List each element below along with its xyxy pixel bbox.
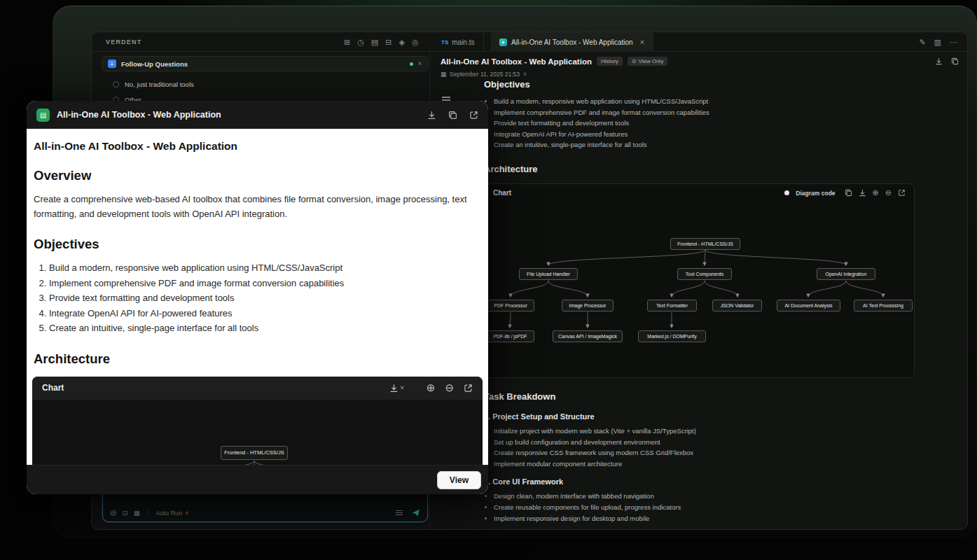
task-breakdown-heading: Task Breakdown bbox=[484, 391, 916, 402]
list-item: Create reusable components for file uplo… bbox=[494, 502, 916, 513]
diagram-node: PDF Processor bbox=[487, 300, 534, 312]
composer-toolbar: @ ⊡ ▦ Auto Run ˄ bbox=[110, 508, 420, 517]
doc-tab-icon: ◆ bbox=[499, 38, 507, 46]
followup-title: Follow-Up Questions bbox=[121, 60, 188, 68]
close-tab-icon[interactable]: × bbox=[640, 38, 644, 46]
task-2-list: Design clean, modern interface with tabb… bbox=[494, 491, 916, 524]
panel-toolbar: ⊞ ◷ ▤ ⊟ ◈ ◎ bbox=[344, 32, 419, 52]
download-icon[interactable] bbox=[935, 57, 943, 65]
diagram-node: AI Document Analysis bbox=[777, 300, 840, 312]
download-icon[interactable] bbox=[859, 189, 866, 197]
modal-chart-panel: Chart ˅ ⊕ ⊖ bbox=[32, 377, 483, 465]
brand-verdent: VERDENT bbox=[106, 38, 141, 46]
doc-content: Objectives Build a modern, responsive we… bbox=[484, 76, 916, 524]
list-item: Provide text formatting and development … bbox=[49, 290, 481, 306]
diagram-node: Text Formatter bbox=[647, 300, 697, 312]
architecture-heading: Architecture bbox=[484, 164, 916, 174]
radio-icon[interactable] bbox=[113, 81, 119, 88]
zoom-in-icon[interactable]: ⊕ bbox=[873, 188, 879, 197]
modal-chart-canvas[interactable]: Frontend - HTML/CSS/JS bbox=[32, 400, 483, 465]
extensions-icon[interactable]: ◈ bbox=[399, 38, 404, 47]
more-icon[interactable]: ⋯ bbox=[950, 38, 957, 47]
doc-header: All-in-One AI Toolbox - Web Application … bbox=[441, 57, 959, 66]
green-doc-icon: ▤ bbox=[36, 108, 50, 122]
list-item: Build a modern, responsive web applicati… bbox=[49, 260, 481, 276]
diagram-node: OpenAI Integration bbox=[817, 268, 875, 280]
list-item: Integrate OpenAI API for AI-powered feat… bbox=[494, 129, 916, 140]
list-item: Implement modular component architecture bbox=[494, 458, 916, 470]
diagram-node: Canvas API / ImageMagick bbox=[553, 330, 623, 342]
auto-run-toggle[interactable]: Auto Run ˄ bbox=[156, 510, 189, 517]
objectives-heading: Objectives bbox=[484, 79, 916, 90]
chevron-up-icon: ˄ bbox=[185, 510, 188, 517]
doc-title: All-in-One AI Toolbox - Web Application bbox=[34, 140, 481, 153]
list-item: Create an intuitive, single-page interfa… bbox=[49, 321, 481, 336]
diagram-node-frontend: Frontend - HTML/CSS/JS bbox=[221, 446, 288, 460]
list-item: Implement comprehensive PDF and image fo… bbox=[49, 276, 481, 291]
copy-icon[interactable] bbox=[845, 189, 852, 197]
diagram-node-frontend: Frontend - HTML/CSS/JS bbox=[670, 238, 740, 250]
diagram-node: JSON Validator bbox=[712, 300, 762, 312]
zoom-in-icon[interactable]: ⊕ bbox=[427, 382, 436, 394]
notes-icon[interactable]: ▤ bbox=[371, 38, 378, 47]
window-toolbar: ✎ ▥ ⋯ bbox=[919, 32, 957, 52]
attach-icon[interactable]: ⊡ bbox=[123, 509, 128, 517]
list-icon[interactable] bbox=[396, 510, 403, 511]
chevron-up-icon[interactable]: ˄ bbox=[418, 60, 422, 67]
copy-icon[interactable] bbox=[951, 57, 959, 65]
diagram-code-label[interactable]: Diagram code bbox=[796, 190, 835, 197]
diagram-code-toggle[interactable] bbox=[784, 190, 789, 195]
view-button[interactable]: View bbox=[437, 471, 481, 489]
list-item: Initialize project with modern web stack… bbox=[494, 426, 916, 437]
objectives-list: Build a modern, responsive web applicati… bbox=[494, 96, 916, 150]
list-item: Provide text formatting and development … bbox=[494, 118, 916, 129]
modal-title: All-in-One AI Toolbox - Web Application bbox=[57, 110, 221, 120]
chart-header: Chart Diagram code ⊕ bbox=[485, 184, 914, 202]
task-2-heading: 2. Core UI Framework bbox=[484, 477, 916, 486]
zoom-out-icon[interactable]: ⊖ bbox=[445, 382, 454, 394]
history-icon[interactable]: ◷ bbox=[357, 38, 364, 47]
calendar-icon: ▦ bbox=[441, 71, 446, 78]
tab-label: All-in-One AI Toolbox - Web Application bbox=[511, 38, 633, 46]
zoom-out-icon[interactable]: ⊖ bbox=[885, 188, 892, 197]
apps-icon[interactable]: ▦ bbox=[134, 509, 140, 517]
outline-menu-icon[interactable] bbox=[442, 97, 450, 98]
account-icon[interactable]: ◎ bbox=[412, 38, 419, 47]
terminal-icon[interactable]: ⊟ bbox=[385, 38, 392, 47]
send-icon[interactable] bbox=[411, 508, 420, 517]
objectives-list: Build a modern, responsive web applicati… bbox=[49, 260, 481, 336]
open-external-icon[interactable] bbox=[469, 111, 478, 120]
option-no-traditional-tools[interactable]: No, just traditional tools bbox=[113, 77, 194, 91]
tab-label: main.ts bbox=[452, 38, 474, 46]
list-item: Implement comprehensive PDF and image fo… bbox=[494, 107, 916, 118]
doc-panel: All-in-One AI Toolbox - Web Application … bbox=[431, 52, 967, 529]
download-icon[interactable] bbox=[427, 111, 436, 120]
screen: VERDENT ⊞ ◷ ▤ ⊟ ◈ ◎ TS main.ts ◆ All-in-… bbox=[0, 0, 977, 560]
download-menu[interactable]: ˅ bbox=[389, 384, 404, 393]
split-view-icon[interactable]: ▥ bbox=[934, 38, 941, 47]
history-badge[interactable]: History bbox=[597, 57, 623, 66]
tab-doc-toolbox[interactable]: ◆ All-in-One AI Toolbox - Web Applicatio… bbox=[491, 32, 653, 52]
layout-grid-icon[interactable]: ⊞ bbox=[344, 38, 350, 47]
task-1-heading: 1. Project Setup and Structure bbox=[484, 412, 916, 421]
list-item: Integrate OpenAI API for AI-powered feat… bbox=[49, 306, 481, 321]
followup-questions-card[interactable]: ≡ Follow-Up Questions ˄ bbox=[102, 56, 428, 71]
app-topbar: VERDENT ⊞ ◷ ▤ ⊟ ◈ ◎ TS main.ts ◆ All-in-… bbox=[92, 32, 967, 52]
diagram-node: PDF-lib / jsPDF bbox=[486, 330, 534, 342]
ts-file-badge: TS bbox=[441, 39, 448, 46]
diagram-edges bbox=[485, 184, 915, 379]
open-external-icon[interactable] bbox=[464, 384, 473, 393]
tab-main-ts[interactable]: TS main.ts bbox=[432, 32, 484, 52]
document-preview-modal: ▤ All-in-One AI Toolbox - Web Applicatio… bbox=[27, 101, 488, 494]
modal-body: All-in-One AI Toolbox - Web Application … bbox=[27, 129, 488, 465]
diagram-node: Image Processor bbox=[562, 300, 614, 312]
open-external-icon[interactable] bbox=[898, 189, 906, 197]
diagram-node: File Upload Handler bbox=[519, 268, 578, 280]
diagram-node: Tool Components bbox=[677, 268, 732, 280]
list-item: Implement responsive design for desktop … bbox=[494, 513, 916, 524]
mention-icon[interactable]: @ bbox=[110, 509, 117, 517]
compose-icon[interactable]: ✎ bbox=[919, 38, 925, 47]
copy-icon[interactable] bbox=[448, 111, 457, 120]
objectives-heading: Objectives bbox=[34, 237, 481, 252]
divider bbox=[148, 510, 148, 517]
